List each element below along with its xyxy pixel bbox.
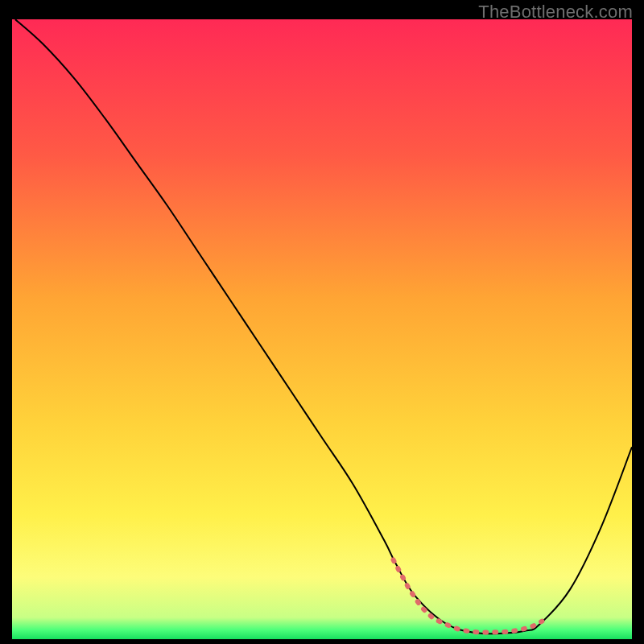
chart-background	[12, 19, 632, 639]
chart-svg	[12, 19, 632, 639]
plot-area	[12, 19, 632, 639]
chart-stage: TheBottleneck.com	[0, 0, 644, 644]
